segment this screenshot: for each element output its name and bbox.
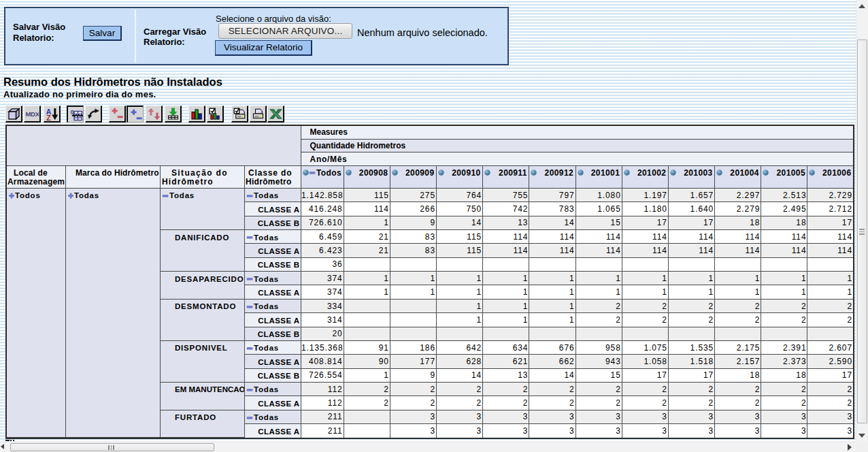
svg-text:MDX: MDX: [26, 110, 39, 118]
svg-text:Z: Z: [46, 114, 51, 121]
